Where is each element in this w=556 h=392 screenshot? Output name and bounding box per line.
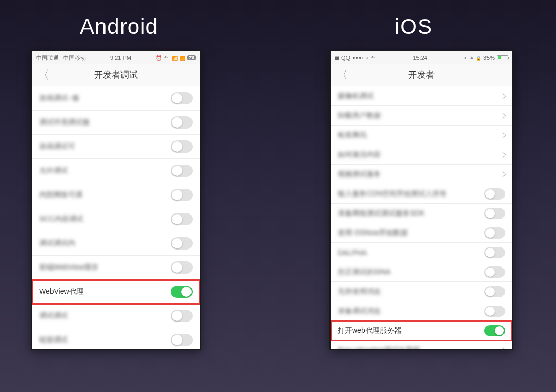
settings-row[interactable]: SCC内容调试 xyxy=(32,207,200,231)
battery-percent: 35% xyxy=(483,55,495,61)
status-time: 9:21 PM xyxy=(110,55,131,61)
row-label: 卸载用户数据 xyxy=(338,111,381,120)
row-label: 内部网络可调 xyxy=(39,190,82,200)
row-label: WebView代理 xyxy=(39,287,84,296)
toggle-switch[interactable] xyxy=(171,310,193,322)
settings-row[interactable]: 摄像机调试 xyxy=(331,86,512,106)
row-label: 视频测试服务 xyxy=(338,170,381,179)
location-icon xyxy=(470,55,474,61)
row-label: 检查腾讯 xyxy=(338,131,367,140)
app-name: QQ xyxy=(341,55,350,61)
nav-title: 开发者 xyxy=(408,69,435,81)
signal-dots: ●●●○○ xyxy=(352,55,369,60)
ios-phone-frame: ◼ QQ ●●●○○ 15:24 ⚬ 35% 〈 开发者 摄像机调试卸载用户数据… xyxy=(329,50,513,350)
wifi-icon xyxy=(164,54,170,61)
nav-title: 开发者调试 xyxy=(94,69,138,81)
settings-row[interactable]: 调试调试内 xyxy=(32,231,200,256)
bluetooth-icon: ⚬ xyxy=(463,55,467,61)
settings-row[interactable]: 游戏调试可 xyxy=(32,135,200,159)
settings-row[interactable]: 链接调试 xyxy=(32,328,200,349)
ios-settings-list: 摄像机调试卸载用户数据检查腾讯如何激活内容视频测试服务输入服务CDN空间开始测试… xyxy=(331,86,512,349)
toggle-switch[interactable] xyxy=(171,116,193,129)
toggle-switch[interactable] xyxy=(484,286,505,297)
status-time: 15:24 xyxy=(413,55,427,61)
toggle-switch[interactable] xyxy=(171,334,193,346)
back-icon[interactable]: 〈 xyxy=(38,67,49,83)
toggle-switch[interactable] xyxy=(171,165,193,177)
android-status-bar: 中国联通 | 中国移动 9:21 PM 76 xyxy=(32,51,200,64)
row-label: 前端WebView缓存 xyxy=(39,263,98,272)
toggle-switch[interactable] xyxy=(484,266,505,278)
toggle-switch[interactable] xyxy=(484,208,505,219)
settings-row[interactable]: 视频测试服务 xyxy=(331,165,512,184)
settings-row[interactable]: 游戏调试~服 xyxy=(32,86,200,111)
settings-row[interactable]: 打开web代理服务器 xyxy=(331,321,512,341)
wifi-icon xyxy=(371,54,377,61)
settings-row[interactable]: 您正测试的SINA xyxy=(331,262,512,282)
row-label: Raw rebooting测试长图模 xyxy=(338,346,420,350)
row-label: 调试调试内 xyxy=(39,239,75,248)
android-phone-frame: 中国联通 | 中国移动 9:21 PM 76 〈 开发者调试 游戏调试~服调试环… xyxy=(31,50,201,350)
toggle-switch[interactable] xyxy=(484,247,505,258)
row-label: 无所使用消息 xyxy=(338,287,381,296)
chevron-right-icon xyxy=(500,347,506,349)
alarm-icon xyxy=(155,55,162,61)
toggle-switch[interactable] xyxy=(171,237,193,250)
row-label: 使用 OSNow开始数据 xyxy=(338,228,408,238)
label-android: Android xyxy=(80,14,158,39)
settings-row[interactable]: 检查腾讯 xyxy=(331,126,512,145)
chevron-right-icon xyxy=(500,152,506,157)
row-label: 游戏调试~服 xyxy=(39,94,79,103)
settings-row[interactable]: 卸载用户数据 xyxy=(331,106,512,126)
row-label: DALPHA xyxy=(338,248,367,257)
chevron-right-icon xyxy=(500,93,506,99)
row-label: 链接调试 xyxy=(39,335,68,345)
row-label: SCC内容调试 xyxy=(39,215,83,224)
battery-icon xyxy=(497,55,508,60)
settings-row[interactable]: 准备调试消息 xyxy=(331,301,512,321)
toggle-switch[interactable] xyxy=(484,325,505,336)
carrier-text: 中国联通 | 中国移动 xyxy=(36,54,86,62)
settings-row[interactable]: 使用 OSNow开始数据 xyxy=(331,223,512,243)
row-label: 允许调试 xyxy=(39,166,68,175)
toggle-switch[interactable] xyxy=(484,306,505,317)
settings-row[interactable]: WebView代理 xyxy=(32,280,200,304)
row-label: 您正测试的SINA xyxy=(338,268,391,277)
toggle-switch[interactable] xyxy=(484,227,505,239)
settings-row[interactable]: 允许调试 xyxy=(32,159,200,183)
toggle-switch[interactable] xyxy=(171,286,193,298)
toggle-switch[interactable] xyxy=(171,189,193,201)
settings-row[interactable]: Raw rebooting测试长图模 xyxy=(331,341,512,349)
settings-row[interactable]: 准备网络测试测试服务SDK xyxy=(331,204,512,223)
toggle-switch[interactable] xyxy=(171,140,193,153)
signal-icon-2 xyxy=(180,55,185,61)
settings-row[interactable]: DALPHA xyxy=(331,243,512,262)
toggle-switch[interactable] xyxy=(171,92,193,104)
back-icon[interactable]: 〈 xyxy=(337,67,348,83)
settings-row[interactable]: 调试环境调试服 xyxy=(32,111,200,135)
chevron-right-icon xyxy=(500,171,506,177)
lock-icon xyxy=(476,55,481,61)
row-label: 准备网络测试测试服务SDK xyxy=(338,209,425,218)
settings-row[interactable]: 如何激活内容 xyxy=(331,145,512,165)
row-label: 游戏调试可 xyxy=(39,142,75,151)
row-label: 如何激活内容 xyxy=(338,150,381,159)
chevron-right-icon xyxy=(500,132,506,138)
android-settings-list: 游戏调试~服调试环境调试服游戏调试可允许调试内部网络可调SCC内容调试调试调试内… xyxy=(32,86,200,349)
settings-row[interactable]: 内部网络可调 xyxy=(32,183,200,207)
toggle-switch[interactable] xyxy=(484,188,505,200)
row-label: 输入服务CDN空间开始测试入所有 xyxy=(338,189,447,199)
settings-row[interactable]: 调试调试 xyxy=(32,304,200,328)
row-label: 打开web代理服务器 xyxy=(338,326,402,335)
chevron-right-icon xyxy=(500,113,506,118)
row-label: 调试环境调试服 xyxy=(39,118,90,127)
row-label: 摄像机调试 xyxy=(338,92,374,101)
app-indicator: ◼ xyxy=(335,55,339,61)
row-label: 准备调试消息 xyxy=(338,307,381,316)
toggle-switch[interactable] xyxy=(171,213,193,225)
settings-row[interactable]: 前端WebView缓存 xyxy=(32,256,200,280)
toggle-switch[interactable] xyxy=(171,261,193,274)
settings-row[interactable]: 输入服务CDN空间开始测试入所有 xyxy=(331,184,512,204)
settings-row[interactable]: 无所使用消息 xyxy=(331,282,512,301)
ios-nav-bar: 〈 开发者 xyxy=(331,64,512,86)
